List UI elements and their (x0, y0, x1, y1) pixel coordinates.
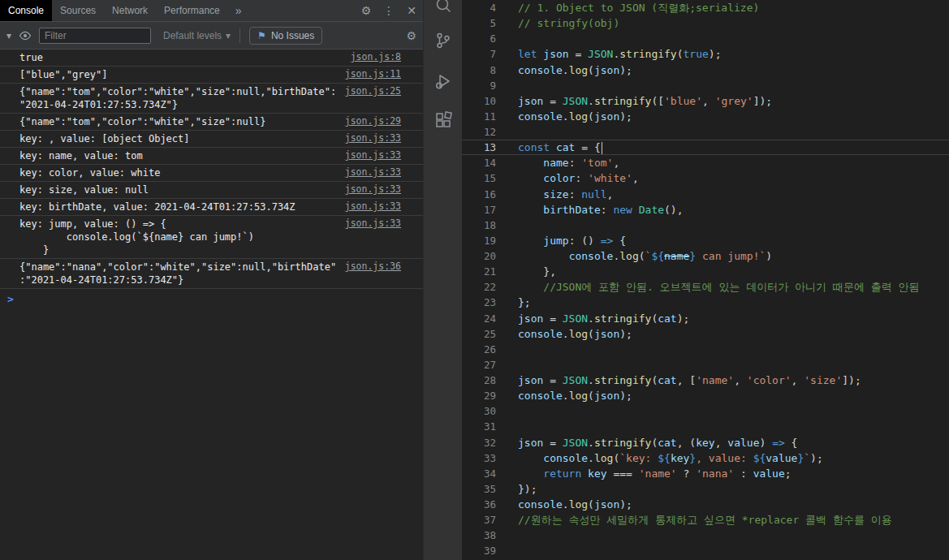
filter-input[interactable] (39, 28, 151, 44)
code-line: 33 console.log(`key: ${key}, value: ${va… (462, 450, 949, 466)
code-text (496, 78, 949, 93)
run-debug-icon[interactable] (424, 62, 463, 101)
source-link[interactable]: json.js:11 (345, 68, 401, 80)
line-number[interactable]: 39 (462, 543, 496, 558)
line-number[interactable]: 13 (462, 140, 496, 155)
kebab-menu-icon[interactable]: ⋮ (377, 0, 400, 21)
source-control-icon[interactable] (424, 21, 463, 60)
console-row: {"name":"tom","color":"white","size":nul… (0, 84, 423, 114)
source-link[interactable]: json.js:29 (345, 115, 401, 127)
line-number[interactable]: 23 (462, 295, 496, 310)
code-text: return key === 'name' ? 'nana' : value; (496, 466, 949, 481)
code-line: 30 (462, 403, 949, 419)
devtools-tabs: ConsoleSourcesNetworkPerformance (0, 0, 228, 21)
source-link[interactable]: json.js:36 (345, 261, 401, 272)
line-number[interactable]: 18 (462, 218, 496, 233)
line-number[interactable]: 6 (462, 31, 496, 46)
console-messages: truejson.js:8["blue","grey"]json.js:11{"… (0, 50, 423, 289)
issues-label: No Issues (271, 30, 314, 41)
tab-network[interactable]: Network (104, 0, 156, 21)
line-number[interactable]: 30 (462, 403, 496, 419)
line-number[interactable]: 11 (462, 109, 496, 124)
line-number[interactable]: 33 (462, 450, 496, 466)
line-number[interactable]: 12 (462, 124, 496, 140)
line-number[interactable]: 19 (462, 233, 496, 248)
more-tabs-icon[interactable]: » (228, 0, 249, 21)
log-levels-dropdown[interactable]: Default levels ▾ (163, 30, 231, 41)
console-settings-gear-icon[interactable]: ⚙ (406, 29, 416, 42)
source-link[interactable]: json.js:8 (351, 51, 401, 62)
line-number[interactable]: 36 (462, 497, 496, 512)
console-toolbar: ▾ Default levels ▾ ⚑ No Issues ⚙ (0, 22, 423, 50)
code-text: console.log(json); (496, 62, 949, 78)
source-link[interactable]: json.js:33 (345, 183, 401, 195)
code-line: 10json = JSON.stringify(['blue', 'grey']… (462, 93, 949, 109)
tab-performance[interactable]: Performance (156, 0, 228, 21)
console-message: {"name":"nana","color":"white","size":nu… (19, 261, 337, 286)
code-text: birthDate: new Date(), (496, 202, 949, 218)
line-number[interactable]: 8 (462, 62, 496, 78)
line-number[interactable]: 28 (462, 373, 496, 388)
source-link[interactable]: json.js:33 (345, 166, 401, 178)
line-number[interactable]: 17 (462, 202, 496, 218)
line-number[interactable]: 10 (462, 93, 496, 109)
source-link[interactable]: json.js:33 (345, 200, 401, 212)
settings-gear-icon[interactable]: ⚙ (355, 0, 377, 21)
extensions-icon[interactable] (424, 101, 463, 140)
line-number[interactable]: 20 (462, 248, 496, 264)
code-line: 23}; (462, 295, 949, 310)
line-number[interactable]: 7 (462, 46, 496, 62)
code-line: 13const cat = { (462, 140, 949, 155)
source-link[interactable]: json.js:33 (345, 132, 401, 144)
line-number[interactable]: 35 (462, 481, 496, 497)
line-number[interactable]: 32 (462, 435, 496, 450)
code-line: 17 birthDate: new Date(), (462, 202, 949, 218)
line-number[interactable]: 31 (462, 419, 496, 434)
tab-console[interactable]: Console (0, 0, 52, 21)
editor-pane[interactable]: 4// 1. Object to JSON (직렬화;serialize)5//… (462, 0, 949, 560)
issues-badge[interactable]: ⚑ No Issues (249, 27, 322, 45)
console-prompt-row[interactable]: > (0, 289, 423, 305)
code-line: 24json = JSON.stringify(cat); (462, 311, 949, 326)
chevron-down-icon[interactable]: ▾ (6, 30, 11, 41)
line-number[interactable]: 24 (462, 311, 496, 326)
line-number[interactable]: 15 (462, 170, 496, 186)
code-text: jump: () => { (496, 233, 949, 248)
chevron-down-icon: ▾ (226, 30, 231, 41)
code-line: 28json = JSON.stringify(cat, ['name', 'c… (462, 373, 949, 388)
console-message: key: color, value: white (19, 166, 337, 179)
code-text (496, 403, 949, 419)
tab-sources[interactable]: Sources (52, 0, 104, 21)
line-number[interactable]: 37 (462, 512, 496, 528)
line-number[interactable]: 22 (462, 279, 496, 295)
line-number[interactable]: 14 (462, 155, 496, 170)
code-text: const cat = { (496, 140, 949, 155)
eye-icon[interactable] (19, 29, 32, 42)
line-number[interactable]: 34 (462, 466, 496, 481)
console-message: {"name":"tom","color":"white","size":nul… (19, 85, 337, 111)
line-number[interactable]: 4 (462, 0, 496, 15)
code-line: 9 (462, 78, 949, 93)
code-line: 6 (462, 31, 949, 46)
code-text: console.log(json); (496, 497, 949, 512)
line-number[interactable]: 38 (462, 528, 496, 543)
code-line: 32json = JSON.stringify(cat, (key, value… (462, 435, 949, 450)
line-number[interactable]: 29 (462, 388, 496, 403)
line-number[interactable]: 27 (462, 357, 496, 373)
source-link[interactable]: json.js:33 (345, 149, 401, 161)
source-link[interactable]: json.js:25 (345, 85, 401, 97)
code-line: 18 (462, 218, 949, 233)
console-row: ["blue","grey"]json.js:11 (0, 67, 423, 84)
code-line: 31 (462, 419, 949, 434)
source-link[interactable]: json.js:33 (345, 218, 401, 229)
close-icon[interactable]: ✕ (400, 0, 423, 21)
code-text: //JSON에 포함 안됨. 오브젝트에 있는 데이터가 아니기 때문에 출력 … (496, 279, 949, 295)
line-number[interactable]: 9 (462, 78, 496, 93)
line-number[interactable]: 5 (462, 15, 496, 31)
line-number[interactable]: 21 (462, 264, 496, 279)
line-number[interactable]: 25 (462, 326, 496, 342)
console-row: key: color, value: whitejson.js:33 (0, 165, 423, 182)
code-text: json = JSON.stringify(cat, (key, value) … (496, 435, 949, 450)
line-number[interactable]: 26 (462, 342, 496, 357)
line-number[interactable]: 16 (462, 187, 496, 202)
